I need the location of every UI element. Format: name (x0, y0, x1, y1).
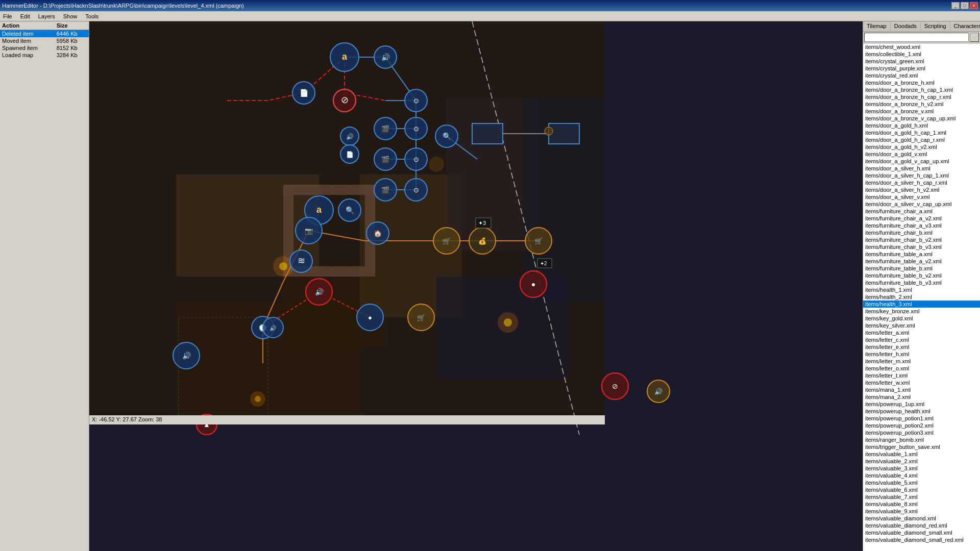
list-item[interactable]: items/trigger_button_save.xml (863, 443, 980, 450)
list-item[interactable]: items/mana_2.xml (863, 393, 980, 400)
list-item[interactable]: items/letter_m.xml (863, 358, 980, 365)
list-item[interactable]: items/letter_h.xml (863, 350, 980, 358)
items-list[interactable]: items/chest_wood.xmlitems/collectible_1.… (863, 43, 980, 551)
menu-layers[interactable]: Layers (36, 12, 57, 20)
list-item[interactable]: items/door_a_gold_h.xml (863, 122, 980, 129)
list-item[interactable]: items/powerup_potion1.xml (863, 415, 980, 422)
tab-scripting[interactable]: Scripting (921, 21, 950, 31)
list-item[interactable]: items/door_a_silver_v.xml (863, 193, 980, 201)
list-item[interactable]: items/furniture_chair_a_v2.xml (863, 215, 980, 222)
list-item[interactable]: items/furniture_table_b.xml (863, 265, 980, 272)
right-tabs: Tilemap Doodads Scripting Characters Ite… (863, 21, 980, 32)
list-item[interactable]: items/crystal_purple.xml (863, 65, 980, 72)
window-controls: _ □ × (951, 2, 978, 9)
list-item[interactable]: items/collectible_1.xml (863, 51, 980, 58)
list-item[interactable]: items/furniture_chair_a_v3.xml (863, 222, 980, 229)
list-item[interactable]: items/ranger_bomb.xml (863, 436, 980, 443)
list-item[interactable]: items/valuable_4.xml (863, 472, 980, 479)
list-item[interactable]: items/door_a_bronze_h.xml (863, 79, 980, 86)
list-item[interactable]: items/letter_w.xml (863, 379, 980, 386)
minimize-button[interactable]: _ (951, 2, 960, 9)
action-cell: Deleted item (0, 30, 55, 38)
search-input[interactable] (864, 33, 969, 42)
list-item[interactable]: items/valuable_5.xml (863, 479, 980, 486)
list-item[interactable]: items/valuable_diamond.xml (863, 515, 980, 522)
list-item[interactable]: items/valuable_diamond_small_red.xml (863, 536, 980, 543)
list-item[interactable]: items/door_a_gold_h_v2.xml (863, 143, 980, 151)
search-bar: ▶ (863, 32, 980, 43)
action-row[interactable]: Loaded map3284 Kb (0, 52, 89, 59)
list-item[interactable]: items/door_a_bronze_v.xml (863, 108, 980, 115)
menu-file[interactable]: File (1, 12, 14, 20)
list-item[interactable]: items/furniture_table_b_v3.xml (863, 279, 980, 286)
list-item[interactable]: items/door_a_bronze_v_cap_up.xml (863, 115, 980, 122)
list-item[interactable]: items/letter_o.xml (863, 365, 980, 372)
list-item[interactable]: items/door_a_silver_h_cap_1.xml (863, 172, 980, 179)
list-item[interactable]: items/door_a_silver_h_v2.xml (863, 186, 980, 193)
canvas-area[interactable]: a 🔊 ⊘ 📄 ⊙ 🎬 ⊙ 🔊 📄 🎬 ⊙ 🎬 ⊙ (89, 21, 863, 551)
action-table: Action Size Deleted item6446 KbMoved ite… (0, 21, 89, 59)
list-item[interactable]: items/valuable_1.xml (863, 450, 980, 458)
search-button[interactable]: ▶ (970, 33, 979, 42)
titlebar: HammerEditor - D:\Projects\HacknSlash\tr… (0, 0, 980, 11)
action-cell: Moved item (0, 37, 55, 44)
list-item[interactable]: items/health_1.xml (863, 286, 980, 293)
action-row[interactable]: Moved item5958 Kb (0, 37, 89, 44)
list-item[interactable]: items/valuable_8.xml (863, 500, 980, 508)
list-item[interactable]: items/letter_c.xml (863, 336, 980, 343)
list-item[interactable]: items/valuable_6.xml (863, 486, 980, 493)
list-item[interactable]: items/furniture_chair_b.xml (863, 229, 980, 236)
list-item[interactable]: items/furniture_chair_b_v2.xml (863, 236, 980, 243)
list-item[interactable]: items/door_a_gold_v.xml (863, 151, 980, 158)
list-item[interactable]: items/door_a_gold_h_cap_1.xml (863, 129, 980, 136)
list-item[interactable]: items/furniture_table_a.xml (863, 251, 980, 258)
list-item[interactable]: items/door_a_bronze_h_cap_1.xml (863, 86, 980, 93)
list-item[interactable]: items/valuable_2.xml (863, 458, 980, 465)
list-item[interactable]: items/powerup_potion2.xml (863, 422, 980, 429)
menu-tools[interactable]: Tools (83, 12, 101, 20)
list-item[interactable]: items/door_a_silver_v_cap_up.xml (863, 201, 980, 208)
list-item[interactable]: items/powerup_health.xml (863, 408, 980, 415)
list-item[interactable]: items/powerup_1up.xml (863, 400, 980, 408)
list-item[interactable]: items/door_a_silver_h.xml (863, 165, 980, 172)
list-item[interactable]: items/chest_wood.xml (863, 43, 980, 51)
list-item[interactable]: items/door_a_gold_h_cap_r.xml (863, 136, 980, 143)
tab-tilemap[interactable]: Tilemap (863, 21, 891, 31)
list-item[interactable]: items/door_a_silver_h_cap_r.xml (863, 179, 980, 186)
list-item[interactable]: items/door_a_bronze_h_cap_r.xml (863, 93, 980, 101)
list-item[interactable]: items/crystal_red.xml (863, 72, 980, 79)
maximize-button[interactable]: □ (961, 2, 969, 9)
action-row[interactable]: Spawned item8152 Kb (0, 44, 89, 52)
list-item[interactable]: items/crystal_green.xml (863, 58, 980, 65)
action-list: Deleted item6446 KbMoved item5958 KbSpaw… (0, 30, 89, 59)
size-cell: 3284 Kb (55, 52, 89, 59)
list-item[interactable]: items/letter_t.xml (863, 372, 980, 379)
list-item[interactable]: items/letter_e.xml (863, 343, 980, 350)
tab-doodads[interactable]: Doodads (891, 21, 921, 31)
list-item[interactable]: items/valuable_7.xml (863, 493, 980, 500)
list-item[interactable]: items/furniture_chair_a.xml (863, 208, 980, 215)
action-row[interactable]: Deleted item6446 Kb (0, 30, 89, 38)
list-item[interactable]: items/key_bronze.xml (863, 308, 980, 315)
list-item[interactable]: items/valuable_9.xml (863, 508, 980, 515)
list-item[interactable]: items/mana_1.xml (863, 386, 980, 393)
list-item[interactable]: items/door_a_gold_v_cap_up.xml (863, 158, 980, 165)
list-item[interactable]: items/health_3.xml (863, 300, 980, 308)
tab-characters[interactable]: Characters (950, 21, 980, 31)
close-button[interactable]: × (970, 2, 978, 9)
list-item[interactable]: items/furniture_table_b_v2.xml (863, 272, 980, 279)
list-item[interactable]: items/powerup_potion3.xml (863, 429, 980, 436)
list-item[interactable]: items/door_a_bronze_h_v2.xml (863, 101, 980, 108)
list-item[interactable]: items/furniture_chair_b_v3.xml (863, 243, 980, 251)
menu-show[interactable]: Show (61, 12, 80, 20)
list-item[interactable]: items/health_2.xml (863, 293, 980, 300)
list-item[interactable]: items/valuable_3.xml (863, 465, 980, 472)
menu-edit[interactable]: Edit (18, 12, 32, 20)
list-item[interactable]: items/key_gold.xml (863, 315, 980, 322)
list-item[interactable]: items/letter_a.xml (863, 329, 980, 336)
list-item[interactable]: items/furniture_table_a_v2.xml (863, 258, 980, 265)
list-item[interactable]: items/valuable_diamond_red.xml (863, 522, 980, 529)
list-item[interactable]: items/valuable_diamond_small.xml (863, 529, 980, 536)
col-action: Action (0, 21, 55, 30)
list-item[interactable]: items/key_silver.xml (863, 322, 980, 329)
